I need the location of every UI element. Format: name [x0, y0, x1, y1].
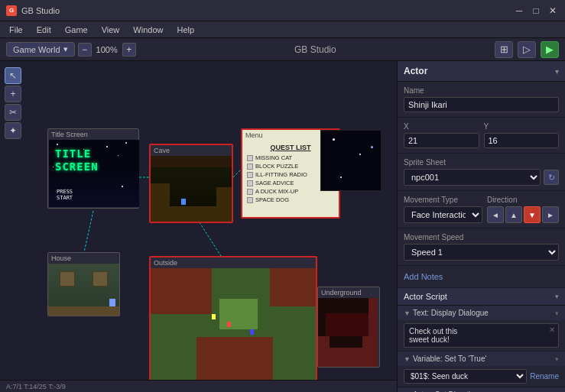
actor-panel-header[interactable]: Actor ▾: [398, 61, 565, 82]
menu-game[interactable]: Game: [59, 24, 94, 36]
menu-list-item: SPACE DOG: [247, 196, 334, 204]
scene-house[interactable]: House: [47, 252, 120, 316]
x-field: X: [404, 122, 479, 148]
variable-select[interactable]: $01$: Seen duck: [404, 369, 527, 384]
name-label: Name: [404, 86, 559, 95]
scene-house-preview: [48, 264, 119, 316]
main-content: ↖ + ✂ ✦ Title Screen: [0, 61, 565, 392]
toolbar-left: Game World ▾ − 100% +: [6, 42, 136, 57]
press-start-text: PRESSSTART: [57, 189, 73, 201]
menu-edit[interactable]: Edit: [31, 24, 57, 36]
title-bar-controls: ─ □ ✕: [513, 5, 559, 17]
app-icon: G: [6, 5, 17, 16]
sprite-section: Sprite Sheet npc001 ↻: [398, 154, 565, 191]
scene-underground-preview: [318, 298, 378, 367]
script-variable-label-text: Variable: Set To 'True': [413, 355, 486, 363]
right-panel: Actor ▾ Name X Y Sprite Sheet: [397, 61, 565, 392]
direction-field: Direction ◄ ▲ ▼ ►: [487, 196, 559, 223]
sprite-select[interactable]: npc001: [404, 169, 541, 186]
sprite-row: npc001 ↻: [404, 169, 559, 186]
scene-title-label: Title Screen: [48, 129, 138, 140]
scene-title-preview: TITLESCREEN PRESSSTART: [49, 140, 139, 207]
scene-outside-preview: A:7/1 T:14/25 T:-3/9: [151, 268, 316, 390]
script-item-variable: ▼ Variable: Set To 'True' ▾ $01$: Seen d…: [398, 352, 565, 387]
dir-down-button[interactable]: ▼: [524, 206, 541, 223]
speed-select[interactable]: Speed 1: [404, 244, 559, 261]
variable-row: $01$: Seen duck Rename: [398, 366, 565, 387]
name-input[interactable]: [404, 97, 559, 112]
name-section: Name: [398, 82, 565, 118]
y-input[interactable]: [484, 133, 560, 148]
dir-right-button[interactable]: ►: [542, 206, 559, 223]
dialogue-text: Check out thissweet duck!: [409, 327, 457, 344]
script-item-variable-header[interactable]: ▼ Variable: Set To 'True' ▾: [398, 352, 565, 366]
chevron-down-icon: ▾: [63, 44, 68, 54]
svg-line-4: [84, 211, 93, 252]
actor-script-header[interactable]: Actor Script ▾: [398, 288, 565, 306]
zoom-in-button[interactable]: +: [122, 43, 136, 57]
toolbar: Game World ▾ − 100% + GB Studio ⊞ ▷ ▶: [0, 38, 565, 61]
erase-tool[interactable]: ✂: [5, 104, 21, 121]
dir-left-button[interactable]: ◄: [487, 206, 504, 223]
debug-button[interactable]: ▷: [518, 41, 536, 58]
script-item-text: ▼ Text: Display Dialogue ▾ Check out thi…: [398, 306, 565, 352]
rename-button[interactable]: Rename: [530, 372, 559, 381]
script-variable-label: ▼ Variable: Set To 'True': [404, 355, 486, 363]
sprite-label: Sprite Sheet: [404, 158, 559, 167]
scene-space: [320, 130, 382, 191]
x-input[interactable]: [404, 133, 479, 148]
dialogue-close-icon[interactable]: ✕: [549, 326, 555, 334]
menu-file[interactable]: File: [3, 24, 29, 36]
scene-cave[interactable]: Cave: [149, 144, 233, 223]
maximize-button[interactable]: □: [530, 5, 542, 17]
notes-section: Add Notes: [398, 266, 565, 288]
zoom-out-button[interactable]: −: [78, 43, 92, 57]
actor-title: Actor: [404, 66, 427, 76]
special-tool[interactable]: ✦: [5, 122, 21, 139]
script-item-text-header[interactable]: ▼ Text: Display Dialogue ▾: [398, 306, 565, 320]
scene-underground-label: Underground: [318, 287, 379, 298]
dir-up-button[interactable]: ▲: [505, 206, 522, 223]
select-tool[interactable]: ↖: [5, 67, 21, 84]
xy-section: X Y: [398, 118, 565, 154]
scene-outside[interactable]: Outside A:7/1 T:14/25 T:-3/9: [149, 256, 317, 392]
direction-label: Direction: [487, 196, 559, 204]
scene-cave-preview: [151, 156, 232, 222]
title-bar-app-name: GB Studio: [21, 6, 513, 15]
x-label: X: [404, 122, 479, 131]
scene-cave-label: Cave: [151, 145, 232, 156]
menu-window[interactable]: Window: [127, 24, 169, 36]
sprite-reload-button[interactable]: ↻: [544, 170, 559, 185]
script-variable-chevron: ▾: [555, 355, 559, 363]
script-text-label: ▼ Text: Display Dialogue: [404, 309, 489, 317]
add-notes-button[interactable]: Add Notes: [404, 271, 443, 283]
dialogue-box: Check out thissweet duck! ✕: [404, 323, 559, 348]
canvas-area[interactable]: ↖ + ✂ ✦ Title Screen: [0, 61, 397, 392]
scene-underground[interactable]: Underground: [317, 287, 380, 368]
minimize-button[interactable]: ─: [513, 5, 525, 17]
title-bar: G GB Studio ─ □ ✕: [0, 0, 565, 21]
movement-type-select[interactable]: Face Interactio...: [404, 206, 482, 223]
xy-row: X Y: [404, 122, 559, 148]
actor-script-title: Actor Script: [404, 292, 447, 301]
add-tool[interactable]: +: [5, 86, 21, 102]
scene-title-screen[interactable]: Title Screen TITLESCREEN PRESSSTART: [47, 128, 139, 209]
scene-house-label: House: [48, 253, 119, 264]
movement-type-label: Movement Type: [404, 196, 482, 204]
export-button[interactable]: ⊞: [495, 41, 513, 58]
actor-panel-chevron: ▾: [555, 67, 559, 76]
script-item-direction-header[interactable]: ▼ Actor: Set Direction ▾: [398, 387, 565, 392]
zoom-value: 100%: [93, 45, 121, 54]
menu-view[interactable]: View: [96, 24, 126, 36]
script-chevron-icon: ▾: [555, 293, 559, 300]
script-item-direction: ▼ Actor: Set Direction ▾: [398, 387, 565, 392]
coords-bar: A:7/1 T:14/25 T:-3/9: [0, 380, 397, 392]
world-selector[interactable]: Game World ▾: [6, 42, 75, 57]
movement-row: Movement Type Face Interactio... Directi…: [404, 196, 559, 223]
left-tools: ↖ + ✂ ✦: [5, 67, 21, 139]
menu-help[interactable]: Help: [170, 24, 200, 36]
close-button[interactable]: ✕: [547, 5, 559, 17]
play-button[interactable]: ▶: [541, 41, 559, 58]
script-text-chevron: ▾: [555, 309, 559, 317]
y-label: Y: [484, 122, 560, 131]
